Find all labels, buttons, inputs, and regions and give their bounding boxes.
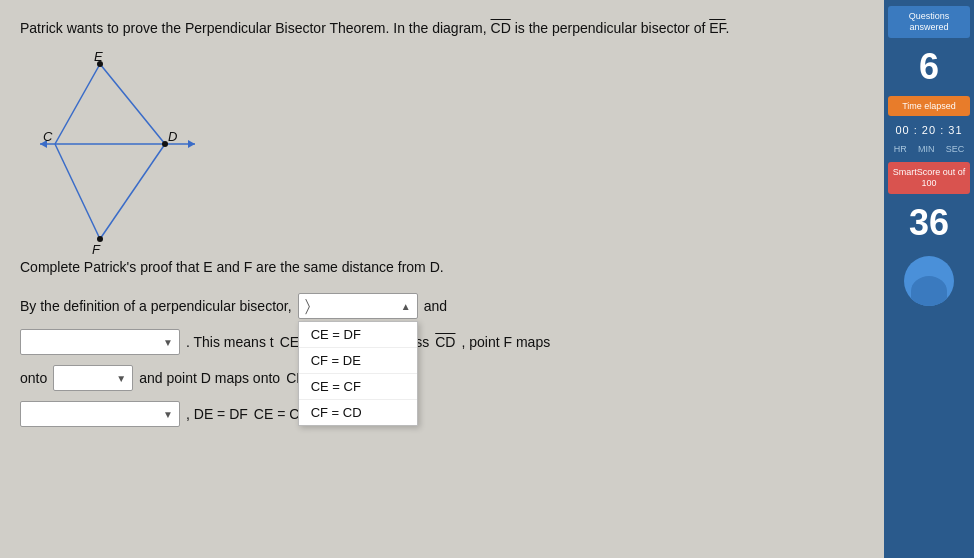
dropdown-2[interactable]: ▼: [20, 329, 180, 355]
dropdown-1-arrow: ▲: [401, 301, 411, 312]
menu-item-3[interactable]: CE = CF: [299, 374, 417, 400]
dropdown-4-arrow: ▼: [163, 409, 173, 420]
main-content: Patrick wants to prove the Perpendicular…: [0, 0, 884, 558]
timer-labels: HR MIN SEC: [888, 144, 970, 154]
complete-instruction-text: Complete Patrick's proof that E and F ar…: [20, 259, 444, 275]
proof-row-1: By the definition of a perpendicular bis…: [20, 293, 864, 319]
proof-row-3: onto ▼ and point D maps onto CF = DE ref…: [20, 365, 864, 391]
proof-line2-end: , point F maps: [461, 334, 550, 350]
sidebar: Questions answered 6 Time elapsed 00 : 2…: [884, 0, 974, 558]
svg-line-2: [55, 144, 100, 239]
dropdown-1-container[interactable]: 〉 ▲ CE = DF CF = DE CE = CF CF = CD: [298, 293, 418, 319]
svg-text:D: D: [168, 129, 177, 144]
svg-line-1: [100, 64, 165, 144]
dropdown-2-arrow: ▼: [163, 337, 173, 348]
dropdown-1[interactable]: 〉 ▲: [298, 293, 418, 319]
time-elapsed-label: Time elapsed: [892, 101, 966, 112]
avatar: [904, 256, 954, 306]
svg-text:C: C: [43, 129, 53, 144]
problem-text-2: is the perpendicular bisector of: [515, 20, 706, 36]
time-elapsed-panel: Time elapsed: [888, 96, 970, 117]
menu-item-1[interactable]: CE = DF: [299, 322, 417, 348]
questions-answered-label: Questions answered: [892, 11, 966, 33]
smartscore-value: 36: [909, 202, 949, 244]
timer-min: MIN: [918, 144, 935, 154]
svg-point-11: [162, 141, 168, 147]
geometry-diagram: E C D F: [40, 49, 240, 259]
svg-point-13: [97, 236, 103, 242]
svg-line-0: [55, 64, 100, 144]
proof-line3-middle: and point D maps onto: [139, 370, 280, 386]
svg-point-12: [97, 61, 103, 67]
diagram-area: E C D F: [40, 49, 240, 249]
ef-overline: EF: [709, 20, 725, 36]
proof-row-2: ▼ . This means t CE = DF flection across…: [20, 329, 864, 355]
timer-hr: HR: [894, 144, 907, 154]
cd-overline: CD: [491, 20, 511, 36]
problem-text-1: Patrick wants to prove the Perpendicular…: [20, 20, 487, 36]
questions-answered-panel: Questions answered: [888, 6, 970, 38]
smartscore-label: SmartScore out of 100: [892, 167, 966, 189]
svg-text:F: F: [92, 242, 101, 257]
timer-value: 00 : 20 : 31: [895, 124, 962, 136]
svg-marker-5: [188, 140, 195, 148]
complete-instruction: Complete Patrick's proof that E and F ar…: [20, 259, 864, 275]
questions-count: 6: [919, 46, 939, 88]
problem-text-end: .: [726, 20, 730, 36]
proof-onto: onto: [20, 370, 47, 386]
problem-statement: Patrick wants to prove the Perpendicular…: [20, 18, 840, 39]
proof-line1-suffix: and: [424, 298, 447, 314]
svg-line-3: [100, 144, 165, 239]
smartscore-panel: SmartScore out of 100: [888, 162, 970, 194]
dropdown-3[interactable]: ▼: [53, 365, 133, 391]
avatar-body: [911, 276, 947, 306]
dropdown-menu-open: CE = DF CF = DE CE = CF CF = CD: [298, 321, 418, 426]
proof-row-4: ▼ , DE = DF CE = CF: [20, 401, 864, 427]
dropdown-4[interactable]: ▼: [20, 401, 180, 427]
menu-item-2[interactable]: CF = DE: [299, 348, 417, 374]
menu-item-4[interactable]: CF = CD: [299, 400, 417, 425]
dropdown-3-arrow: ▼: [116, 373, 126, 384]
proof-line1-prefix: By the definition of a perpendicular bis…: [20, 298, 292, 314]
proof-area: By the definition of a perpendicular bis…: [20, 293, 864, 427]
cd-overline2: CD: [435, 334, 455, 350]
timer-sec: SEC: [946, 144, 965, 154]
proof-line4-prefix: , DE = DF: [186, 406, 248, 422]
proof-line2-prefix: . This means t: [186, 334, 274, 350]
